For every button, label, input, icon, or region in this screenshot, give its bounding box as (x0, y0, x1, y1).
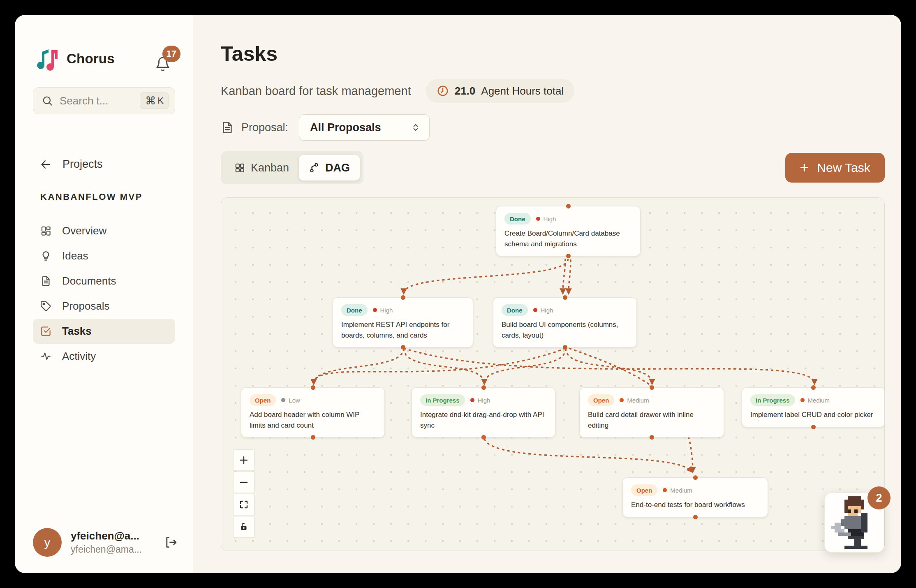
sidebar-item-activity[interactable]: Activity (33, 344, 175, 369)
user-meta: yfeichen@a... yfeichen@ama... (71, 530, 164, 555)
node-handle[interactable] (401, 295, 405, 300)
user-account[interactable]: y yfeichen@a... yfeichen@ama... (33, 528, 178, 557)
search-input[interactable] (60, 95, 140, 107)
new-task-label: New Task (817, 161, 870, 175)
sidebar-item-label: Overview (62, 225, 106, 237)
sidebar-item-documents[interactable]: Documents (33, 269, 175, 294)
task-node-dnd-kit[interactable]: In Progress High Integrate dnd-kit drag-… (412, 387, 555, 438)
cmd-key-icon: ⌘ (145, 95, 156, 107)
tab-label: Kanban (251, 162, 289, 174)
node-handle[interactable] (811, 425, 816, 429)
fit-view-button[interactable] (233, 494, 254, 515)
node-handle[interactable] (311, 435, 315, 440)
node-handle[interactable] (481, 385, 486, 390)
search-shortcut-hint: ⌘ K (140, 93, 169, 109)
status-badge: Done (504, 213, 531, 225)
sidebar-item-overview[interactable]: Overview (33, 218, 175, 243)
page-subtitle: Kanban board for task management (221, 84, 411, 98)
tab-label: DAG (325, 162, 350, 174)
dag-canvas[interactable]: Done High Create Board/Column/Card datab… (221, 197, 885, 551)
priority: High (533, 307, 553, 314)
dag-edge (404, 348, 484, 384)
task-title: Add board header with column WIP limits … (250, 410, 376, 431)
status-badge: Open (588, 394, 614, 406)
priority: Low (281, 397, 300, 404)
node-handle[interactable] (563, 295, 567, 300)
sidebar-item-proposals[interactable]: Proposals (33, 294, 175, 319)
chorus-logo-icon (36, 47, 59, 71)
sidebar: Chorus 17 ⌘ K Projects (15, 15, 193, 573)
proposal-select-value: All Proposals (310, 121, 410, 134)
task-node-board-header[interactable]: Open Low Add board header with column WI… (241, 387, 385, 438)
priority-dot-icon (663, 488, 667, 492)
zoom-in-button[interactable] (233, 449, 254, 471)
sidebar-item-label: Proposals (62, 300, 110, 313)
lock-button[interactable] (233, 516, 254, 537)
status-badge: Open (250, 394, 276, 406)
logout-icon (164, 535, 178, 549)
status-badge: Done (502, 304, 528, 316)
task-node-board-ui[interactable]: Done High Build board UI components (col… (493, 297, 637, 347)
priority: High (373, 307, 393, 314)
dashboard-grid-icon (40, 225, 51, 236)
tag-icon (40, 301, 51, 312)
priority: High (536, 215, 556, 222)
main-content: Tasks Kanban board for task management 2… (193, 15, 901, 573)
priority-dot-icon (536, 217, 540, 221)
dag-edge (404, 259, 568, 293)
proposal-filter-label: Proposal: (241, 121, 288, 134)
lock-icon (239, 522, 249, 532)
logo-row: Chorus 17 (36, 44, 174, 73)
node-handle[interactable] (566, 204, 571, 208)
node-handle[interactable] (693, 475, 698, 480)
sidebar-item-tasks[interactable]: Tasks (33, 319, 175, 344)
file-text-icon (40, 275, 51, 287)
node-handle[interactable] (811, 385, 816, 390)
project-name-label: KANBANFLOW MVP (40, 192, 143, 202)
sidebar-item-ideas[interactable]: Ideas (33, 243, 175, 269)
new-task-button[interactable]: + New Task (785, 153, 885, 183)
app-window: Chorus 17 ⌘ K Projects (15, 15, 901, 573)
notifications-button[interactable]: 17 (153, 50, 174, 73)
canvas-controls (233, 449, 254, 537)
arrow-left-icon (39, 158, 52, 171)
priority-dot-icon (373, 308, 377, 312)
status-badge: Done (341, 304, 368, 316)
tab-dag[interactable]: DAG (299, 155, 360, 181)
node-handle[interactable] (650, 435, 654, 440)
tab-kanban[interactable]: Kanban (224, 155, 299, 181)
task-node-label-crud[interactable]: In Progress Medium Implement label CRUD … (742, 387, 885, 427)
node-handle[interactable] (401, 345, 405, 350)
dag-branch-icon (309, 162, 319, 173)
back-to-projects[interactable]: Projects (39, 158, 103, 171)
task-title: Integrate dnd-kit drag-and-drop with API… (420, 410, 547, 431)
agent-widget[interactable]: 2 (824, 493, 884, 553)
subtitle-row: Kanban board for task management 21.0 Ag… (221, 79, 574, 103)
task-node-card-drawer[interactable]: Open Medium Build card detail drawer wit… (579, 387, 724, 438)
sidebar-item-label: Documents (62, 275, 116, 287)
agent-count-badge: 2 (867, 486, 891, 509)
task-node-e2e-tests[interactable]: Open Medium End-to-end tests for board w… (622, 477, 768, 517)
task-node-schema[interactable]: Done High Create Board/Column/Card datab… (496, 206, 641, 256)
node-handle[interactable] (566, 254, 571, 258)
node-handle[interactable] (311, 385, 315, 390)
proposal-select[interactable]: All Proposals (299, 114, 430, 141)
node-handle[interactable] (650, 385, 654, 390)
node-handle[interactable] (563, 345, 567, 350)
node-handle[interactable] (481, 435, 486, 440)
logout-button[interactable] (164, 535, 178, 549)
dag-edge (569, 259, 571, 293)
priority-dot-icon (470, 398, 474, 402)
task-node-rest-api[interactable]: Done High Implement REST API endpoints f… (333, 297, 473, 347)
search-box[interactable]: ⌘ K (33, 87, 175, 114)
activity-pulse-icon (40, 351, 51, 362)
zoom-out-button[interactable] (233, 472, 254, 493)
task-title: End-to-end tests for board workflows (631, 500, 759, 510)
search-icon (42, 95, 53, 106)
agent-hours-badge: 21.0 Agent Hours total (426, 79, 575, 103)
priority-dot-icon (620, 398, 624, 402)
priority: High (470, 397, 490, 404)
sidebar-item-label: Ideas (62, 250, 88, 262)
notification-count-badge: 17 (162, 46, 180, 62)
node-handle[interactable] (693, 515, 698, 519)
